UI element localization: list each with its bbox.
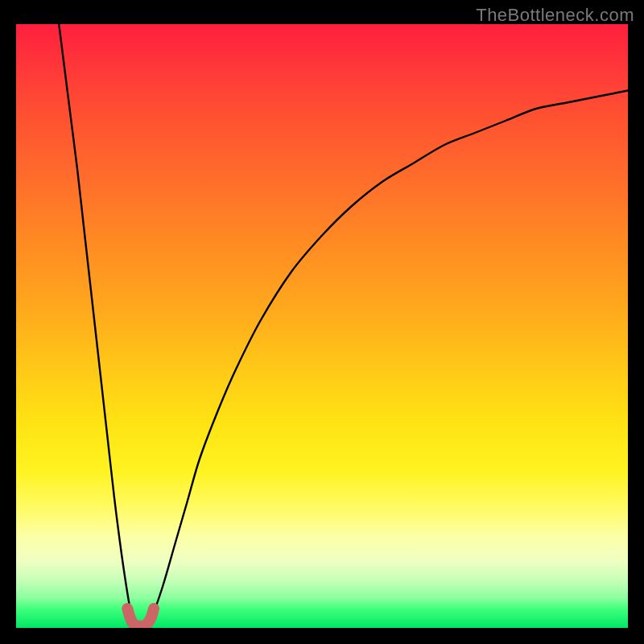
curve-layer: [16, 24, 628, 628]
curve-bottom-u: [127, 609, 154, 626]
curve-left-branch: [59, 24, 132, 622]
plot-area: [16, 24, 628, 628]
chart-frame: TheBottleneck.com: [0, 0, 644, 644]
watermark-text: TheBottleneck.com: [476, 5, 634, 26]
curve-right-branch: [151, 91, 628, 622]
